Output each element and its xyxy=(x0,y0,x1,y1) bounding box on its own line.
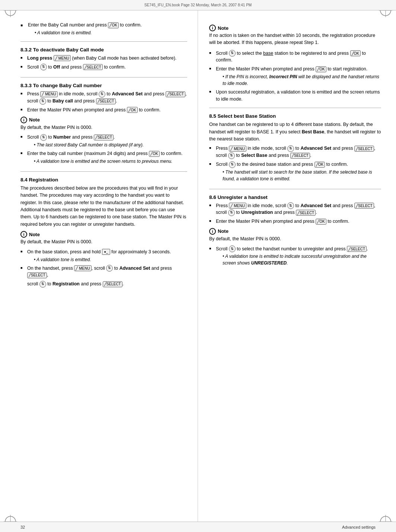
item-84-cont-3: ■ Upon successful registration, a valida… xyxy=(209,89,381,103)
item-8-4-1: ■ On the base station, press and hold ●⎯… xyxy=(20,248,187,263)
right-column: i Note If no action is taken on the hand… xyxy=(198,10,396,522)
item-num-2: ■ xyxy=(20,64,26,70)
menu-btn-832: ╱ MENU xyxy=(54,55,71,61)
section-8-3-2: 8.3.2 To deactivate Baby Call mode ■ Lon… xyxy=(20,47,187,71)
item-84-1-text: On the base station, press and hold ●⎯ f… xyxy=(27,248,187,263)
select-btn-86-1: ╱SELECT xyxy=(354,203,374,209)
section-84-continued: scroll ⇅ to Registration and press ╱SELE… xyxy=(27,281,187,288)
note-833-label: Note xyxy=(29,117,40,123)
item-num-1: ■ xyxy=(20,56,26,61)
section-8-5-title: 8.5 Select best Base Station xyxy=(209,113,381,119)
ok-btn-833-4: ╱OK xyxy=(149,151,159,157)
section-8-4: 8.4 Registration The procedures describe… xyxy=(20,177,187,288)
item-85-2-sub: The handset will start to search for the… xyxy=(216,169,381,182)
section-8-3-3-title: 8.3.3 To change Baby Call number xyxy=(20,83,187,88)
select-btn-84: ╱SELECT xyxy=(27,272,47,278)
section-8-4-list: ■ On the base station, press and hold ●⎯… xyxy=(20,248,187,279)
scroll-icon-833-1: ⇅ xyxy=(99,91,105,98)
ok-btn-85: ╱OK xyxy=(314,162,325,168)
ok-btn-833: ╱OK xyxy=(127,107,137,113)
item-84-cont-2: ■ Enter the Master PIN when prompted and… xyxy=(209,66,381,87)
item-84c-3-text: Upon successful registration, a validati… xyxy=(216,89,381,103)
section-8-5: 8.5 Select best Base Station One handset… xyxy=(209,113,381,182)
note-84-label: Note xyxy=(29,232,40,237)
item-8-3-3-4: ■ Enter the baby call number (maximum 24… xyxy=(20,150,187,165)
item-8-3-3-3: ■ Scroll ⇅ to Number and press ╱SELECT. … xyxy=(20,134,187,148)
page-number: 32 xyxy=(20,525,25,529)
num-86-3: ■ xyxy=(209,246,214,251)
section-8-6-title: 8.6 Unregister a handset xyxy=(209,194,381,200)
item-85-1-text: Press ╱ MENU in idle mode, scroll ⇅ to A… xyxy=(216,145,381,159)
item-8-5-1: ■ Press ╱ MENU in idle mode, scroll ⇅ to… xyxy=(209,145,381,159)
menu-btn-84: ╱ MENU xyxy=(74,265,91,271)
item-8-6-3: ■ Scroll ⇅ to select the handset number … xyxy=(209,246,381,267)
scroll-icon-85-3: ⇅ xyxy=(229,161,236,168)
ok-btn-84c-2: ╱OK xyxy=(316,66,326,72)
select-btn-84-cont: ╱SELECT xyxy=(103,281,122,287)
left-column: ■ Enter the Baby Call number and press ╱… xyxy=(0,10,198,522)
note-icon-84: i xyxy=(20,231,27,238)
note-icon-84-cont: i xyxy=(209,25,216,31)
select-btn-832: ╱SELECT xyxy=(83,64,103,70)
item-84c-2-text: Enter the Master PIN when prompted and p… xyxy=(216,66,381,87)
ok-btn-86: ╱OK xyxy=(316,219,326,225)
num-833-3: ■ xyxy=(20,134,26,140)
item-8-6-1: ■ Press ╱ MENU in idle mode, scroll ⇅ to… xyxy=(209,202,381,216)
item-84c-1-text: Scroll ⇅ to select the base station to b… xyxy=(216,50,381,64)
section-8-5-body: One handset can be registered to up to 4… xyxy=(209,121,381,143)
scroll-icon-833-2: ⇅ xyxy=(39,98,46,105)
note-84-cont-header: i Note xyxy=(209,25,381,31)
section-84-cont-list: ■ Scroll ⇅ to select the base station to… xyxy=(209,50,381,103)
item-8-3-2-2: ■ Scroll ⇅ to Off and press ╱SELECT to c… xyxy=(20,64,187,71)
note-833-header: i Note xyxy=(20,117,187,123)
footer-bar: 32 Advanced settings xyxy=(0,522,396,532)
item-86-3-sub: A validation tone is emitted to indicate… xyxy=(216,253,381,266)
section-8-6-list: ■ Press ╱ MENU in idle mode, scroll ⇅ to… xyxy=(209,202,381,225)
scroll-icon-86-2: ⇅ xyxy=(228,209,235,216)
note-icon-833: i xyxy=(20,117,27,123)
num-84c-1: ■ xyxy=(209,51,214,56)
ok-button-icon: ╱OK xyxy=(108,22,118,28)
scroll-icon-84: ⇅ xyxy=(106,265,113,272)
num-85-2: ■ xyxy=(209,162,214,167)
num-84-1: ■ xyxy=(20,249,26,254)
item-833-4-text: Enter the baby call number (maximum 24 d… xyxy=(27,150,187,165)
item-86-3-text: Scroll ⇅ to select the handset number to… xyxy=(216,246,381,267)
num-84c-3: ■ xyxy=(209,89,214,95)
content-area: ■ Enter the Baby Call number and press ╱… xyxy=(0,10,396,522)
item-833-3-text: Scroll ⇅ to Number and press ╱SELECT. Th… xyxy=(27,134,187,148)
select-btn-833-1: ╱SELECT xyxy=(166,91,185,97)
num-84-2: ■ xyxy=(20,266,26,271)
note-86: i Note By default, the Master PIN is 000… xyxy=(209,228,381,243)
select-btn-85-1: ╱SELECT xyxy=(354,146,374,152)
note-84-cont-label: Note xyxy=(218,25,229,31)
note-833-body: By default, the Master PIN is 0000. xyxy=(20,124,187,131)
section-8-3-3: 8.3.3 To change Baby Call number ■ Press… xyxy=(20,83,187,165)
note-833: i Note By default, the Master PIN is 000… xyxy=(20,117,187,131)
item5-bullet: ■ xyxy=(20,22,26,28)
select-btn-85-2: ╱SELECT xyxy=(290,153,310,159)
select-btn-86-3: ╱SELECT xyxy=(347,246,367,252)
menu-btn-86: ╱ MENU xyxy=(229,203,246,209)
note-86-label: Note xyxy=(218,228,229,234)
num-86-2: ■ xyxy=(209,219,214,224)
note-86-header: i Note xyxy=(209,228,381,235)
divider-r1 xyxy=(209,108,381,108)
section-8-6-list2: ■ Scroll ⇅ to select the handset number … xyxy=(209,246,381,267)
section-8-3-2-title: 8.3.2 To deactivate Baby Call mode xyxy=(20,47,187,53)
section-8-3-3-list: ■ Press ╱ MENU in idle mode, scroll ⇅ to… xyxy=(20,91,187,113)
note-84-header: i Note xyxy=(20,231,187,238)
divider-r2 xyxy=(209,189,381,189)
ok-btn-84c-1: ╱OK xyxy=(350,50,361,56)
scroll-icon-84c-1: ⇅ xyxy=(229,50,236,57)
intro-item-5: ■ Enter the Baby Call number and press ╱… xyxy=(20,22,187,36)
section-8-4-body: The procedures described below are the p… xyxy=(20,185,187,228)
item-85-2-text: Scroll ⇅ to the desired base station and… xyxy=(216,161,381,182)
item-8-6-2: ■ Enter the Master PIN when prompted and… xyxy=(209,218,381,225)
item-8-3-3-1: ■ Press ╱ MENU in idle mode, scroll ⇅ to… xyxy=(20,91,187,105)
menu-btn-85: ╱ MENU xyxy=(229,146,246,152)
select-btn-833-2: ╱SELECT xyxy=(96,98,116,104)
num-833-4: ■ xyxy=(20,151,26,156)
section-label: Advanced settings xyxy=(342,525,376,529)
divider-2 xyxy=(20,77,187,77)
